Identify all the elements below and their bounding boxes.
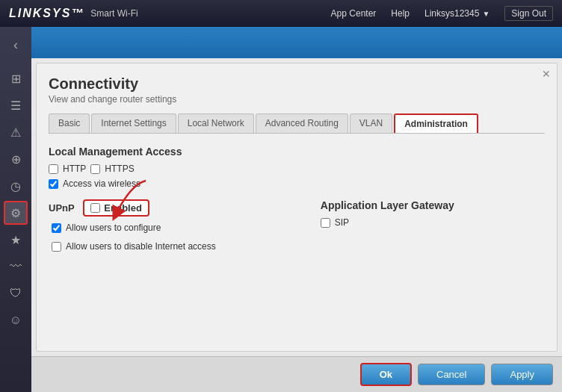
https-checkbox[interactable] xyxy=(90,164,100,174)
alg-sip-label: SIP xyxy=(335,217,349,228)
alg-section: Application Layer Gateway SIP xyxy=(321,199,454,256)
tab-routing[interactable]: Advanced Routing xyxy=(256,113,348,133)
tab-local[interactable]: Local Network xyxy=(178,113,254,133)
cancel-button[interactable]: Cancel xyxy=(418,364,485,385)
user-menu[interactable]: Linksys12345 ▼ xyxy=(424,8,490,19)
upnp-disable-checkbox[interactable] xyxy=(52,242,61,252)
tab-internet[interactable]: Internet Settings xyxy=(91,113,176,133)
wireless-label: Access via wireless xyxy=(63,178,140,189)
sidebar-icon-wifi[interactable]: 〰 xyxy=(4,255,28,279)
http-label: HTTP xyxy=(63,164,86,174)
sidebar-icon-warning[interactable]: ⚠ xyxy=(4,120,28,144)
tabs-bar: Basic Internet Settings Local Network Ad… xyxy=(49,113,545,134)
user-dropdown-icon: ▼ xyxy=(482,10,490,18)
https-label: HTTPS xyxy=(105,164,134,174)
upnp-label: UPnP xyxy=(49,202,75,214)
main-layout: ‹ ⊞ ☰ ⚠ ⊕ ◷ ⚙ ★ 〰 🛡 ☺ ✕ Connectivity Vie… xyxy=(0,27,562,392)
help-link[interactable]: Help xyxy=(391,8,410,19)
header-nav: App Center Help Linksys12345 ▼ Sign Out xyxy=(331,6,553,21)
alg-sip-row: SIP xyxy=(321,217,454,228)
footer-bar: Ok Cancel Apply xyxy=(31,356,562,392)
wireless-row: Access via wireless xyxy=(49,178,545,189)
tagline: Smart Wi-Fi xyxy=(90,8,138,19)
page-subtitle: View and change router settings xyxy=(49,94,545,105)
alg-title: Application Layer Gateway xyxy=(321,199,454,211)
main-panel: ✕ Connectivity View and change router se… xyxy=(36,63,558,352)
upnp-enabled-checkbox[interactable] xyxy=(90,203,100,213)
sidebar-icon-shield[interactable]: 🛡 xyxy=(4,281,28,305)
sidebar-icon-topology[interactable]: ⊞ xyxy=(4,66,28,90)
close-icon[interactable]: ✕ xyxy=(542,68,551,80)
page-title: Connectivity xyxy=(49,75,545,93)
upnp-left: UPnP Enabled Allow users to configure Al… xyxy=(49,199,216,256)
wireless-checkbox[interactable] xyxy=(49,179,58,189)
upnp-configure-checkbox[interactable] xyxy=(52,223,61,233)
apply-button[interactable]: Apply xyxy=(491,364,553,385)
upnp-enabled-label: Enabled xyxy=(104,202,142,214)
back-button[interactable]: ‹ xyxy=(9,33,22,57)
upnp-disable-label: Allow users to disable Internet access xyxy=(66,241,216,252)
tab-basic[interactable]: Basic xyxy=(49,113,90,133)
sidebar-icon-settings[interactable]: ⚙ xyxy=(4,201,28,225)
app-center-link[interactable]: App Center xyxy=(331,8,377,19)
logo: LINKSYS™ xyxy=(9,7,84,20)
username: Linksys12345 xyxy=(424,8,479,19)
sidebar-icon-security[interactable]: ★ xyxy=(4,228,28,252)
sidebar: ‹ ⊞ ☰ ⚠ ⊕ ◷ ⚙ ★ 〰 🛡 ☺ xyxy=(0,27,31,392)
local-management-title: Local Management Access xyxy=(49,146,545,158)
header: LINKSYS™ Smart Wi-Fi App Center Help Lin… xyxy=(0,0,562,27)
upnp-sub-options: Allow users to configure Allow users to … xyxy=(52,223,216,256)
tab-admin[interactable]: Administration xyxy=(394,113,478,133)
upnp-disable-row: Allow users to disable Internet access xyxy=(52,241,216,252)
upnp-enabled-container: Enabled xyxy=(83,199,149,217)
alg-sip-checkbox[interactable] xyxy=(321,218,330,228)
ok-button[interactable]: Ok xyxy=(360,363,412,386)
http-row: HTTP HTTPS xyxy=(49,164,545,174)
upnp-section: UPnP Enabled Allow users to configure Al… xyxy=(49,199,545,256)
sidebar-icon-devices[interactable]: ☰ xyxy=(4,93,28,117)
sidebar-icon-clock[interactable]: ◷ xyxy=(4,174,28,198)
http-checkbox[interactable] xyxy=(49,164,58,174)
sidebar-icon-person[interactable]: ☺ xyxy=(4,308,28,332)
upnp-configure-row: Allow users to configure xyxy=(52,223,216,233)
upnp-configure-label: Allow users to configure xyxy=(66,223,161,233)
content-area: ✕ Connectivity View and change router se… xyxy=(31,27,562,392)
sign-out-button[interactable]: Sign Out xyxy=(504,6,553,21)
blue-bar xyxy=(31,27,562,58)
tab-vlan[interactable]: VLAN xyxy=(350,113,392,133)
sidebar-icon-parental[interactable]: ⊕ xyxy=(4,147,28,171)
